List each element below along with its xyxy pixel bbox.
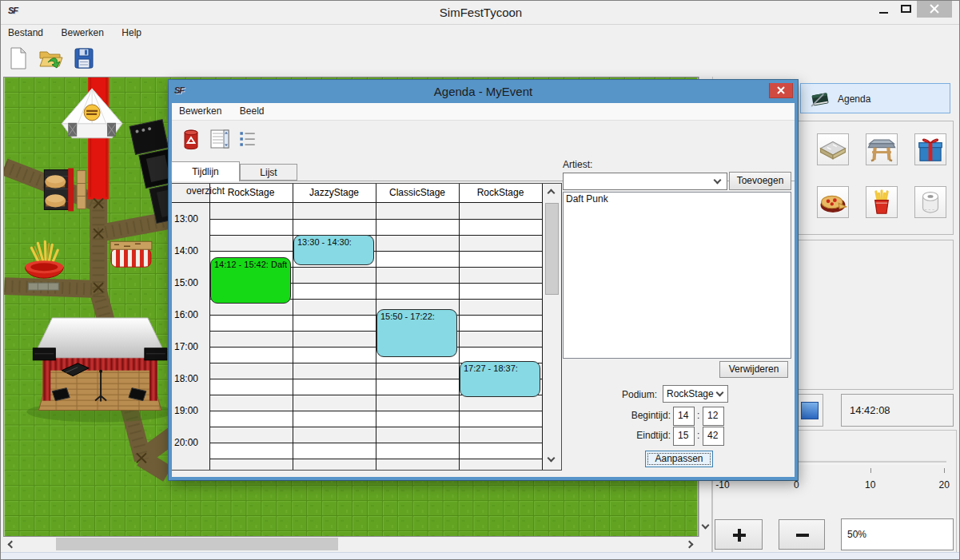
artist-combo[interactable] (563, 173, 727, 190)
tab-tijdlijn-overzicht[interactable]: Tijdlijn overzicht (171, 161, 240, 181)
main-stage-sprite[interactable] (26, 318, 173, 423)
dialog-menu-bewerken[interactable]: Bewerken (172, 103, 229, 120)
menubar: Bestand Bewerken Help (1, 24, 960, 41)
maximize-button[interactable] (897, 2, 916, 17)
zoom-value-field[interactable]: 50% (841, 518, 954, 550)
menu-help[interactable]: Help (114, 25, 149, 42)
save-button[interactable] (71, 46, 97, 71)
zoom-out-button[interactable] (779, 519, 825, 550)
save-floppy-icon (71, 46, 97, 71)
blue-square-icon (801, 402, 819, 419)
bullet-list-button[interactable] (236, 128, 261, 153)
add-artist-button[interactable]: Toevoegen (729, 172, 791, 190)
grid-column-line (209, 184, 210, 470)
schedule-event-block[interactable]: 17:27 - 18:37: (460, 361, 540, 397)
grid-scroll-thumb[interactable] (545, 203, 559, 295)
close-icon (770, 83, 792, 97)
slider-tick-label: 0 (784, 479, 808, 490)
end-hour-input[interactable]: 15 (673, 427, 695, 446)
dialog-titlebar: SF Agenda - MyEvent (169, 80, 798, 103)
shop-item-pizza[interactable] (817, 186, 849, 218)
clock-value: 14:42:08 (850, 404, 890, 416)
grid-column-line (542, 184, 543, 470)
agenda-button[interactable]: Agenda (800, 83, 950, 113)
titlebar: SF SimFestTycoon (1, 1, 960, 24)
slider-tick-label: 20 (932, 479, 956, 490)
floor-tile-icon (818, 134, 848, 165)
time-colon: : (697, 410, 699, 421)
slider-tick (944, 468, 945, 473)
menu-bewerken[interactable]: Bewerken (54, 25, 111, 42)
grid-vscrollbar[interactable] (542, 184, 561, 470)
schedule-event-block[interactable]: 13:30 - 14:30: (293, 235, 374, 265)
agenda-dialog: SF Agenda - MyEvent Bewerken Beeld Tijdl… (169, 80, 798, 480)
time-label: 14:00 (174, 245, 208, 256)
striped-booth-sprite[interactable] (110, 241, 152, 267)
begin-hour-input[interactable]: 14 (673, 407, 695, 426)
minimize-icon (879, 12, 888, 14)
gate-icon (866, 134, 897, 165)
menu-bestand[interactable]: Bestand (1, 25, 50, 42)
time-label: 16:00 (174, 309, 208, 320)
app-window: SF SimFestTycoon Bestand Bewerken Help (0, 0, 960, 560)
shop-item-gift[interactable] (914, 133, 946, 165)
end-minute-input[interactable]: 42 (703, 427, 724, 446)
listview-icon (207, 126, 233, 152)
tab-lijst-overzicht[interactable]: Lijst overzicht (240, 164, 297, 181)
grid-column-line (459, 184, 460, 470)
open-button[interactable] (38, 46, 63, 71)
scroll-right-icon[interactable] (686, 541, 694, 549)
chevron-down-icon (714, 177, 722, 185)
schedule-grid[interactable]: RockStageJazzyStageClassicStageRockStage… (171, 183, 562, 471)
stage-column-header: JazzyStage (293, 184, 376, 202)
artist-label: Artiest: (563, 159, 592, 170)
shop-item-fries[interactable] (866, 186, 898, 218)
time-label: 17:00 (174, 341, 208, 352)
dialog-close-button[interactable] (769, 82, 793, 98)
end-time-label: Eindtijd: (616, 430, 671, 441)
listview-button[interactable] (207, 126, 233, 152)
zoom-in-button[interactable] (715, 519, 763, 550)
grid-scroll-up-icon[interactable] (548, 189, 556, 197)
gift-icon (915, 134, 946, 165)
zoom-value: 50% (847, 529, 866, 540)
delete-event-button[interactable] (178, 126, 204, 152)
map-hscrollbar[interactable] (3, 537, 699, 552)
main-toolbar (1, 41, 960, 77)
grid-column-line (293, 184, 293, 470)
begin-time-label: Begintijd: (616, 410, 671, 421)
chevron-down-icon (716, 389, 724, 397)
time-label: 18:00 (174, 373, 208, 384)
agenda-book-icon (809, 88, 831, 110)
grid-scroll-down-icon[interactable] (548, 455, 556, 463)
dialog-toolbar (172, 121, 795, 158)
maximize-icon (901, 5, 911, 13)
minimize-button[interactable] (874, 2, 894, 17)
open-folder-icon (38, 46, 63, 71)
podium-combo[interactable]: RockStage (663, 385, 728, 403)
begin-minute-input[interactable]: 12 (703, 407, 724, 426)
shop-item-toilet-paper[interactable] (914, 186, 946, 218)
schedule-event-block[interactable]: 14:12 - 15:42: Daft Punk (210, 257, 291, 304)
map-hscroll-thumb[interactable] (56, 538, 338, 550)
new-document-button[interactable] (6, 46, 31, 71)
close-button[interactable] (917, 1, 952, 18)
schedule-event-block[interactable]: 15:50 - 17:22: (376, 309, 457, 356)
minus-icon (796, 534, 809, 537)
shop-item-gate[interactable] (866, 133, 898, 165)
remove-artist-button[interactable]: Verwijderen (719, 361, 788, 378)
window-bottom-strip (1, 552, 960, 560)
agenda-button-label: Agenda (838, 93, 870, 105)
dialog-menu-beeld[interactable]: Beeld (233, 103, 272, 120)
bullet-list-icon (236, 128, 260, 150)
slider-tick-label: 10 (858, 479, 882, 490)
artist-listbox[interactable]: Daft Punk (563, 192, 791, 359)
time-label: 15:00 (174, 277, 208, 288)
scroll-left-icon[interactable] (8, 541, 16, 549)
shop-item-floor-tile[interactable] (817, 133, 849, 165)
artist-list-item[interactable]: Daft Punk (564, 193, 791, 205)
new-document-icon (6, 46, 31, 71)
apply-button[interactable]: Aanpassen (645, 451, 713, 467)
burger-stand-sprite[interactable] (44, 169, 86, 212)
scroll-down-icon[interactable] (702, 522, 710, 530)
